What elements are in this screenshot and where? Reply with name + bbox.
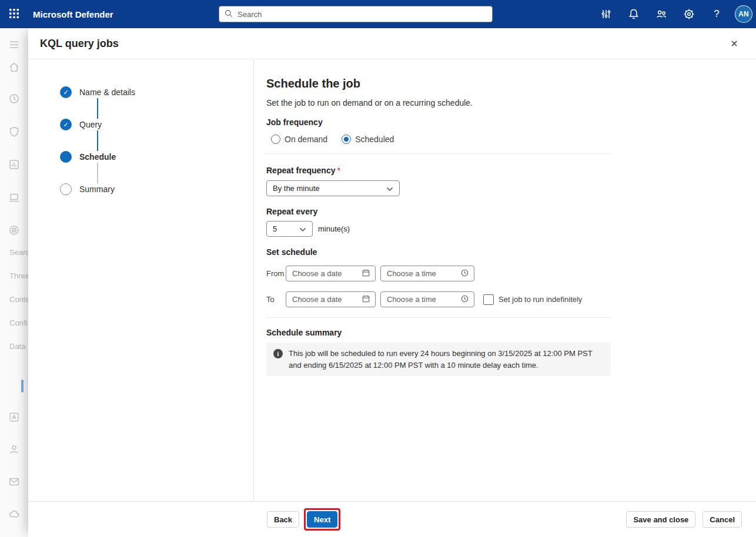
to-label: To bbox=[266, 295, 286, 304]
nav-section-content[interactable]: Conte bbox=[9, 295, 28, 304]
radio-label: On demand bbox=[285, 135, 327, 144]
schedule-summary-text: This job will be scheduled to run every … bbox=[289, 348, 604, 371]
calendar-icon bbox=[358, 294, 370, 305]
to-time-picker[interactable] bbox=[380, 291, 474, 307]
step-completed-icon: ✓ bbox=[60, 119, 72, 130]
from-date-picker[interactable] bbox=[286, 266, 376, 281]
assets-icon[interactable] bbox=[8, 411, 20, 423]
to-date-picker[interactable] bbox=[286, 291, 376, 307]
help-icon[interactable]: ? bbox=[707, 5, 726, 24]
topbar-actions: ? AN bbox=[597, 0, 752, 28]
indefinite-checkbox-group[interactable]: Set job to run indefinitely bbox=[483, 294, 582, 305]
save-and-close-button[interactable]: Save and close bbox=[626, 511, 695, 528]
home-icon[interactable] bbox=[8, 61, 20, 73]
divider bbox=[266, 317, 611, 318]
settings-gear-icon[interactable] bbox=[680, 5, 698, 24]
from-time-picker[interactable] bbox=[380, 266, 474, 281]
to-time-input[interactable] bbox=[387, 295, 457, 304]
required-asterisk: * bbox=[337, 166, 340, 175]
notifications-bell-icon[interactable] bbox=[624, 5, 643, 24]
calendar-icon bbox=[358, 268, 370, 279]
job-frequency-label: Job frequency bbox=[266, 118, 611, 127]
repeat-frequency-dropdown[interactable]: By the minute bbox=[266, 180, 400, 196]
clock-icon bbox=[457, 294, 469, 305]
nav-section-data[interactable]: Data bbox=[9, 342, 28, 351]
shield-icon[interactable] bbox=[8, 126, 20, 137]
waffle-icon bbox=[9, 8, 19, 21]
info-icon: i bbox=[273, 349, 283, 358]
indefinite-checkbox[interactable] bbox=[483, 294, 494, 305]
mail-icon[interactable] bbox=[8, 476, 20, 488]
wizard-steps: ✓ Name & details ✓ Query Schedule Summar… bbox=[28, 59, 254, 501]
dropdown-value: 5 bbox=[273, 224, 299, 233]
hunting-target-icon[interactable] bbox=[8, 224, 20, 236]
step-connector bbox=[97, 98, 98, 119]
repeat-every-dropdown[interactable]: 5 bbox=[266, 221, 313, 237]
partner-person-icon[interactable] bbox=[8, 444, 20, 455]
step-label: Summary bbox=[79, 184, 115, 194]
hamburger-menu-icon[interactable] bbox=[8, 39, 20, 51]
step-name-details[interactable]: ✓ Name & details bbox=[60, 86, 253, 98]
search-icon bbox=[224, 9, 237, 20]
community-icon[interactable] bbox=[652, 5, 671, 24]
schedule-summary-label: Schedule summary bbox=[266, 328, 611, 337]
radio-label: Scheduled bbox=[355, 135, 394, 144]
panel-body: ✓ Name & details ✓ Query Schedule Summar… bbox=[28, 59, 756, 501]
indefinite-label: Set job to run indefinitely bbox=[499, 295, 582, 304]
from-label: From bbox=[266, 269, 286, 278]
radio-on-demand[interactable]: On demand bbox=[271, 135, 327, 144]
repeat-every-label: Repeat every bbox=[266, 207, 611, 216]
repeat-every-unit: minute(s) bbox=[318, 224, 350, 233]
step-current-icon bbox=[60, 151, 72, 163]
schedule-to-row: To bbox=[266, 291, 611, 307]
reports-icon[interactable] bbox=[8, 159, 20, 170]
dropdown-value: By the minute bbox=[273, 184, 386, 193]
back-button[interactable]: Back bbox=[267, 511, 299, 528]
screen: Microsoft Defender ? AN bbox=[0, 0, 756, 537]
close-icon[interactable]: ✕ bbox=[725, 35, 743, 52]
devices-icon[interactable] bbox=[8, 192, 20, 203]
cancel-button[interactable]: Cancel bbox=[703, 511, 742, 528]
app-launcher-button[interactable] bbox=[0, 0, 28, 28]
search-box[interactable] bbox=[219, 6, 493, 22]
annotation-highlight-box: Next bbox=[304, 508, 340, 531]
incidents-clock-icon[interactable] bbox=[8, 93, 20, 105]
step-label: Name & details bbox=[79, 88, 135, 97]
panel-title: KQL query jobs bbox=[40, 38, 119, 50]
repeat-frequency-label: Repeat frequency* bbox=[266, 166, 611, 175]
step-summary[interactable]: Summary bbox=[60, 183, 253, 195]
panel-header: KQL query jobs ✕ bbox=[28, 28, 756, 59]
nav-section-configuration[interactable]: Confi bbox=[9, 318, 28, 327]
top-bar: Microsoft Defender ? AN bbox=[0, 0, 756, 28]
schedule-form: Schedule the job Set the job to run on d… bbox=[254, 59, 756, 501]
repeat-every-row: 5 minute(s) bbox=[266, 221, 611, 237]
next-button[interactable]: Next bbox=[307, 511, 337, 528]
step-connector bbox=[97, 163, 98, 183]
nav-section-search[interactable]: Searc bbox=[9, 248, 28, 257]
nav-selected-indicator bbox=[21, 380, 24, 392]
chevron-down-icon bbox=[299, 224, 306, 234]
job-frequency-radio-group: On demand Scheduled bbox=[266, 135, 611, 144]
step-query[interactable]: ✓ Query bbox=[60, 119, 253, 130]
panel-footer: Back Next Save and close Cancel bbox=[28, 501, 756, 537]
step-pending-icon bbox=[60, 183, 72, 195]
nav-section-threat[interactable]: Threa bbox=[9, 271, 28, 280]
step-label: Query bbox=[79, 120, 102, 129]
clock-icon bbox=[457, 268, 469, 279]
radio-selected-icon bbox=[342, 135, 351, 144]
step-completed-icon: ✓ bbox=[60, 86, 72, 98]
sliders-icon[interactable] bbox=[597, 5, 615, 24]
avatar[interactable]: AN bbox=[735, 5, 752, 23]
page-title: Schedule the job bbox=[266, 77, 611, 90]
app-title: Microsoft Defender bbox=[33, 9, 113, 19]
radio-scheduled[interactable]: Scheduled bbox=[342, 135, 394, 144]
search-input[interactable] bbox=[237, 10, 487, 19]
step-schedule[interactable]: Schedule bbox=[60, 151, 253, 163]
chevron-down-icon bbox=[386, 184, 393, 193]
from-date-input[interactable] bbox=[292, 269, 358, 278]
cloud-icon[interactable] bbox=[8, 508, 20, 520]
to-date-input[interactable] bbox=[292, 295, 358, 304]
schedule-summary-infobox: i This job will be scheduled to run ever… bbox=[266, 343, 611, 376]
from-time-input[interactable] bbox=[387, 269, 457, 278]
kql-query-jobs-panel: KQL query jobs ✕ ✓ Name & details ✓ Quer… bbox=[28, 28, 756, 537]
